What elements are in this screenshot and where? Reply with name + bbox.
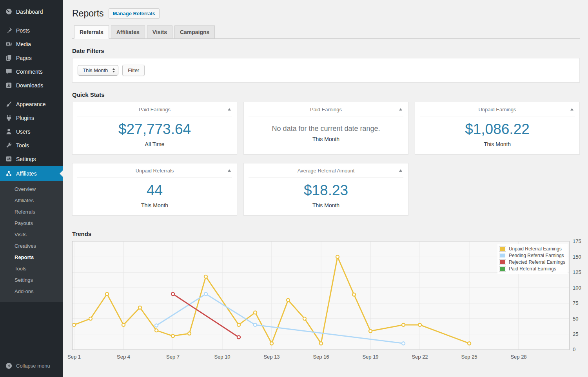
sidebar-subitem-visits[interactable]: Visits	[0, 229, 63, 240]
stat-card-title: Unpaid Referrals	[136, 168, 174, 174]
page-title: Reports	[72, 8, 104, 20]
tab-campaigns[interactable]: Campaigns	[174, 25, 215, 39]
sidebar-item-settings[interactable]: Settings	[0, 152, 63, 166]
y-axis-label: 175	[573, 238, 581, 244]
sidebar-item-label: Affiliates	[16, 170, 37, 177]
x-axis-label: Sep 13	[262, 354, 281, 360]
stat-card-header: Unpaid Earnings	[420, 102, 575, 116]
wp-admin-page: DashboardPostsMediaPagesCommentsDownload…	[0, 0, 588, 365]
stat-card-period: This Month	[248, 202, 404, 208]
sidebar-item-label: Posts	[16, 27, 30, 34]
manage-referrals-button[interactable]: Manage Referrals	[109, 8, 160, 19]
x-axis-label: Sep 25	[460, 354, 479, 360]
sidebar-item-posts[interactable]: Posts	[0, 24, 63, 37]
filter-button[interactable]: Filter	[122, 65, 145, 76]
collapse-triangle-icon[interactable]	[228, 169, 231, 172]
sidebar-subitem-payouts[interactable]: Payouts	[0, 218, 63, 229]
legend-item-rejected-referral-earnings: Rejected Referral Earnings	[499, 259, 565, 265]
legend-swatch-icon	[499, 253, 506, 258]
stat-card-title: Average Referral Amount	[298, 168, 355, 174]
tab-affiliates[interactable]: Affiliates	[111, 25, 145, 39]
sidebar-item-label: Settings	[16, 156, 36, 162]
stat-card-unpaid-referrals-this-month: Unpaid Referrals44This Month	[72, 163, 237, 216]
collapse-triangle-icon[interactable]	[399, 108, 402, 111]
wrench-icon	[5, 141, 13, 149]
stat-card-unpaid-earnings-this-month: Unpaid Earnings$1,086.22This Month	[415, 102, 580, 154]
sidebar-item-label: Tools	[16, 142, 29, 149]
chart-plot-area[interactable]: Unpaid Referral EarningsPending Referral…	[72, 241, 570, 350]
sidebar-item-media[interactable]: Media	[0, 37, 63, 51]
stat-card-header: Unpaid Referrals	[77, 163, 232, 178]
stat-card-period: This Month	[248, 136, 404, 142]
stat-card-title: Paid Earnings	[310, 107, 342, 112]
collapse-arrow-icon	[5, 362, 13, 369]
stat-card-title: Paid Earnings	[139, 107, 171, 112]
sidebar-subitem-tools[interactable]: Tools	[0, 263, 63, 274]
sidebar-item-plugins[interactable]: Plugins	[0, 111, 63, 125]
sidebar-subitem-referrals[interactable]: Referrals	[0, 206, 63, 218]
sidebar-item-appearance[interactable]: Appearance	[0, 97, 63, 111]
sidebar-item-label: Appearance	[16, 101, 46, 107]
date-filter-panel: This Month Filter	[72, 58, 580, 83]
y-axis-label: 150	[573, 254, 581, 260]
tab-visits[interactable]: Visits	[147, 25, 172, 39]
sidebar-subitem-affiliates[interactable]: Affiliates	[0, 195, 63, 206]
sidebar-subitem-add-ons[interactable]: Add-ons	[0, 286, 63, 297]
collapse-triangle-icon[interactable]	[399, 169, 402, 172]
download-icon	[5, 82, 13, 89]
collapse-menu-button[interactable]: Collapse menu	[0, 358, 63, 373]
legend-label: Rejected Referral Earnings	[509, 259, 565, 265]
sidebar-subitem-overview[interactable]: Overview	[0, 183, 63, 195]
stat-card-period: This Month	[76, 202, 233, 208]
legend-item-unpaid-referral-earnings: Unpaid Referral Earnings	[499, 246, 565, 252]
stat-card-header: Average Referral Amount	[249, 163, 403, 178]
stat-card-paid-earnings-all-time: Paid Earnings$27,773.64All Time	[72, 102, 237, 154]
x-axis-label: Sep 10	[213, 354, 232, 360]
stat-card-title: Unpaid Earnings	[478, 107, 516, 112]
tab-referrals[interactable]: Referrals	[74, 25, 109, 39]
stat-card-value: $27,773.64	[76, 120, 233, 138]
stat-card-period: All Time	[76, 141, 233, 147]
stat-card-value: 44	[76, 181, 233, 199]
stat-card-body: $1,086.22This Month	[415, 116, 579, 154]
stat-card-paid-earnings-this-month: Paid EarningsNo data for the current dat…	[243, 102, 408, 154]
user-icon	[5, 128, 13, 135]
admin-sidebar: DashboardPostsMediaPagesCommentsDownload…	[0, 0, 63, 377]
sidebar-item-pages[interactable]: Pages	[0, 51, 63, 65]
sidebar-item-comments[interactable]: Comments	[0, 65, 63, 78]
affiliates-submenu: OverviewAffiliatesReferralsPayoutsVisits…	[0, 181, 63, 302]
stat-card-body: 44This Month	[73, 178, 237, 215]
x-axis-label: Sep 22	[410, 354, 429, 360]
collapse-menu-label: Collapse menu	[16, 363, 50, 369]
y-axis-label: 50	[573, 316, 578, 322]
legend-swatch-icon	[499, 259, 506, 265]
sliders-icon	[5, 155, 13, 163]
sidebar-item-downloads[interactable]: Downloads	[0, 78, 63, 92]
stat-card-header: Paid Earnings	[77, 102, 232, 116]
legend-swatch-icon	[499, 246, 506, 252]
sidebar-item-tools[interactable]: Tools	[0, 138, 63, 152]
sidebar-item-affiliates[interactable]: Affiliates	[0, 166, 63, 181]
stat-card-period: This Month	[419, 141, 575, 147]
x-axis-label: Sep 28	[509, 354, 528, 360]
date-range-select[interactable]: This Month	[78, 65, 118, 76]
sidebar-subitem-creatives[interactable]: Creatives	[0, 240, 63, 252]
quick-stats-cards: Paid Earnings$27,773.64All TimePaid Earn…	[72, 102, 580, 216]
sidebar-item-dashboard[interactable]: Dashboard	[0, 5, 63, 18]
sidebar-subitem-reports[interactable]: Reports	[0, 252, 63, 263]
collapse-triangle-icon[interactable]	[228, 108, 231, 111]
pages-icon	[5, 54, 13, 62]
comments-icon	[5, 68, 13, 75]
x-axis-label: Sep 4	[114, 354, 133, 360]
legend-swatch-icon	[499, 266, 506, 272]
sidebar-item-label: Comments	[16, 69, 43, 75]
sidebar-item-users[interactable]: Users	[0, 125, 63, 138]
sidebar-item-label: Plugins	[16, 115, 34, 121]
stat-card-body: $18.23This Month	[244, 178, 408, 215]
stat-card-value: $1,086.22	[419, 120, 575, 138]
sidebar-subitem-settings[interactable]: Settings	[0, 274, 63, 286]
collapse-triangle-icon[interactable]	[570, 108, 573, 111]
pin-icon	[5, 27, 13, 34]
x-axis-label: Sep 19	[361, 354, 380, 360]
stat-card-average-referral-amount-this-month: Average Referral Amount$18.23This Month	[243, 163, 408, 216]
